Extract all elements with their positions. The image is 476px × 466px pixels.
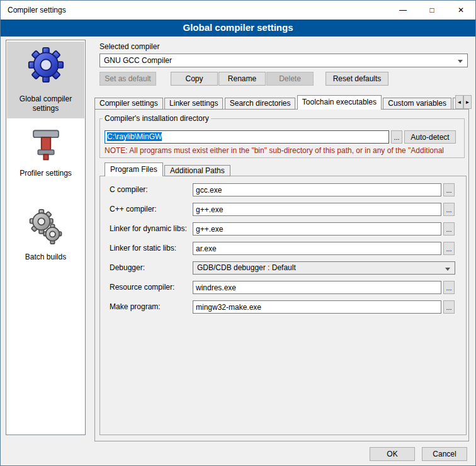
sidebar-item-label: Global compiler settings: [8, 94, 83, 113]
chevron-down-icon: [458, 60, 463, 65]
auto-detect-button[interactable]: Auto-detect: [404, 130, 456, 144]
tab-search-directories[interactable]: Search directories: [225, 98, 296, 110]
dynamic-linker-input[interactable]: [193, 222, 441, 236]
field-row-c-compiler: C compiler: ...: [99, 183, 467, 197]
install-dir-selected-text: C:\raylib\MinGW: [107, 132, 162, 141]
window-controls: — □ ✕: [388, 1, 475, 20]
program-tabs: Program Files Additional Paths: [105, 162, 230, 176]
sidebar-item-label: Profiler settings: [8, 169, 83, 178]
browse-resource-compiler-button[interactable]: ...: [443, 281, 455, 294]
tab-linker-settings[interactable]: Linker settings: [164, 98, 223, 110]
debugger-select-value: GDB/CDB debugger : Default: [197, 263, 296, 272]
field-label: C++ compiler:: [110, 205, 157, 213]
sidebar-item-batch-builds[interactable]: Batch builds: [7, 205, 84, 267]
chevron-down-icon: [445, 268, 450, 273]
c-compiler-input[interactable]: [193, 183, 441, 196]
dialog-header: Global compiler settings: [1, 20, 475, 37]
blue-gear-icon: [8, 45, 83, 84]
field-label: Make program:: [110, 302, 161, 311]
maximize-button[interactable]: □: [417, 1, 446, 20]
field-row-debugger: Debugger: GDB/CDB debugger : Default: [99, 261, 467, 275]
sidebar-item-global-compiler-settings[interactable]: Global compiler settings: [7, 42, 84, 118]
close-button[interactable]: ✕: [446, 1, 475, 20]
make-program-input[interactable]: [193, 300, 441, 314]
install-dir-group-title: Compiler's installation directory: [103, 114, 211, 123]
tab-toolchain-executables[interactable]: Toolchain executables: [297, 95, 382, 110]
settings-sidebar: Global compiler settings Profiler settin…: [6, 40, 86, 435]
tab-scroll-left-button[interactable]: ◄: [455, 95, 463, 109]
copy-button[interactable]: Copy: [171, 72, 218, 86]
compiler-actions: Set as default Copy Rename Delete Reset …: [99, 72, 468, 86]
settings-tabs: Compiler settings Linker settings Search…: [94, 95, 455, 110]
minimize-button[interactable]: —: [388, 1, 417, 20]
cpp-compiler-input[interactable]: [193, 203, 441, 216]
compiler-settings-dialog: Compiler settings — □ ✕ Global compiler …: [0, 0, 476, 466]
install-dir-note: NOTE: All programs must exist either in …: [105, 146, 463, 155]
field-label: Linker for dynamic libs:: [110, 224, 187, 233]
tab-custom-variables[interactable]: Custom variables: [383, 98, 451, 110]
resource-compiler-input[interactable]: [193, 281, 441, 294]
compiler-select-value: GNU GCC Compiler: [104, 56, 172, 65]
field-label: Linker for static libs:: [110, 244, 176, 253]
install-dir-input[interactable]: C:\raylib\MinGW: [105, 130, 389, 144]
field-label: Resource compiler:: [110, 283, 174, 292]
gray-gears-icon: [8, 208, 83, 245]
tab-scroll-right-button[interactable]: ►: [463, 95, 472, 109]
ok-button[interactable]: OK: [370, 447, 415, 461]
sidebar-item-profiler-settings[interactable]: Profiler settings: [7, 122, 84, 183]
browse-c-compiler-button[interactable]: ...: [443, 183, 455, 196]
reset-defaults-button[interactable]: Reset defaults: [326, 72, 388, 86]
sidebar-item-label: Batch builds: [8, 253, 83, 262]
tab-additional-paths[interactable]: Additional Paths: [164, 165, 230, 176]
browse-dynamic-linker-button[interactable]: ...: [443, 222, 455, 236]
compiler-select[interactable]: GNU GCC Compiler: [99, 54, 468, 67]
field-row-make-program: Make program: ...: [99, 300, 467, 314]
selected-compiler-label: Selected compiler: [99, 42, 159, 51]
title-bar[interactable]: Compiler settings — □ ✕: [1, 1, 475, 20]
browse-install-dir-button[interactable]: ...: [391, 130, 402, 144]
set-as-default-button[interactable]: Set as default: [99, 72, 156, 86]
browse-cpp-compiler-button[interactable]: ...: [443, 203, 455, 216]
rename-button[interactable]: Rename: [218, 72, 266, 86]
field-label: C compiler:: [110, 185, 148, 194]
tab-compiler-settings[interactable]: Compiler settings: [94, 98, 163, 110]
browse-static-linker-button[interactable]: ...: [443, 242, 455, 255]
profiler-tool-icon: [8, 126, 83, 162]
tab-program-files[interactable]: Program Files: [105, 162, 163, 176]
cancel-button[interactable]: Cancel: [422, 447, 467, 461]
field-row-resource-compiler: Resource compiler: ...: [99, 281, 467, 295]
field-row-static-linker: Linker for static libs: ...: [99, 242, 467, 256]
static-linker-input[interactable]: [193, 242, 441, 255]
delete-button[interactable]: Delete: [266, 72, 314, 86]
field-row-cpp-compiler: C++ compiler: ...: [99, 203, 467, 217]
browse-make-program-button[interactable]: ...: [443, 300, 455, 314]
field-label: Debugger:: [110, 263, 145, 272]
window-title: Compiler settings: [8, 6, 66, 14]
field-row-dynamic-linker: Linker for dynamic libs: ...: [99, 222, 467, 236]
debugger-select[interactable]: GDB/CDB debugger : Default: [193, 261, 455, 275]
